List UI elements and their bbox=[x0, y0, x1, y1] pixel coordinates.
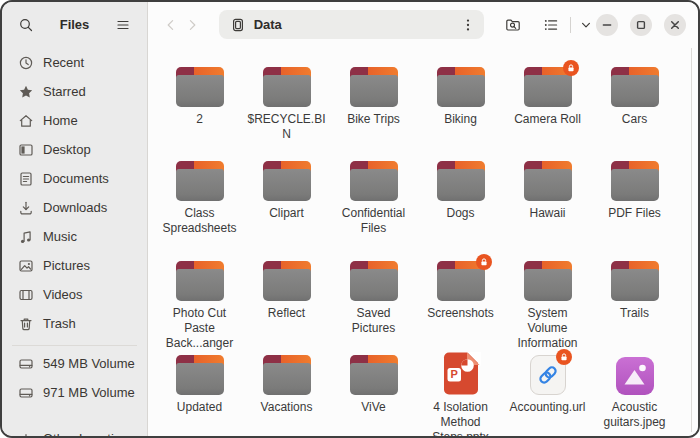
file-name-label: Confidential Files bbox=[334, 206, 414, 236]
grid-item-photo-cut-paste-back-anger[interactable]: Photo Cut Paste Back...anger bbox=[157, 257, 243, 351]
sidebar-item-label: Trash bbox=[43, 316, 76, 331]
folder-icon bbox=[611, 67, 659, 107]
scrollbar-track[interactable] bbox=[691, 48, 692, 432]
grid-item-vive[interactable]: ViVe bbox=[331, 351, 417, 436]
plus-network-icon bbox=[18, 431, 34, 437]
sidebar-item-documents[interactable]: Documents bbox=[8, 164, 141, 193]
video-icon bbox=[18, 287, 34, 303]
folder-icon bbox=[524, 67, 572, 107]
grid-item-acoustic-guitars-jpeg[interactable]: Acoustic guitars.jpeg bbox=[592, 351, 678, 436]
app-title: Files bbox=[60, 17, 90, 32]
sidebar-item-music[interactable]: Music bbox=[8, 222, 141, 251]
forward-button[interactable] bbox=[181, 13, 202, 37]
grid-item-trails[interactable]: Trails bbox=[592, 257, 678, 351]
grid-item-2[interactable]: 2 bbox=[157, 63, 243, 157]
file-name-label: Updated bbox=[177, 400, 222, 415]
file-name-label: Cars bbox=[622, 112, 647, 127]
file-icon-wrap bbox=[530, 351, 566, 395]
folder-icon bbox=[611, 261, 659, 301]
folder-icon bbox=[350, 67, 398, 107]
file-icon-wrap bbox=[611, 63, 659, 107]
grid-item-vacations[interactable]: Vacations bbox=[244, 351, 330, 436]
grid-item-accounting-url[interactable]: Accounting.url bbox=[505, 351, 591, 436]
file-name-label: Biking bbox=[444, 112, 477, 127]
file-icon-wrap bbox=[611, 257, 659, 301]
picture-icon bbox=[18, 258, 34, 274]
sidebar-divider bbox=[12, 345, 137, 346]
sidebar-item-recent[interactable]: Recent bbox=[8, 48, 141, 77]
sidebar-item-label: 971 MB Volume bbox=[43, 385, 135, 400]
file-icon-wrap bbox=[350, 63, 398, 107]
sidebar-item-desktop[interactable]: Desktop bbox=[8, 135, 141, 164]
folder-icon bbox=[176, 67, 224, 107]
sidebar-item-starred[interactable]: Starred bbox=[8, 77, 141, 106]
folder-icon bbox=[350, 355, 398, 395]
grid-item-class-spreadsheets[interactable]: Class Spreadsheets bbox=[157, 157, 243, 257]
music-note-icon bbox=[18, 229, 34, 245]
grid-item-biking[interactable]: Biking bbox=[418, 63, 504, 157]
grid-item-saved-pictures[interactable]: Saved Pictures bbox=[331, 257, 417, 351]
grid-item-bike-trips[interactable]: Bike Trips bbox=[331, 63, 417, 157]
file-icon-wrap bbox=[616, 351, 654, 395]
search-button[interactable] bbox=[12, 11, 40, 39]
grid-item-reflect[interactable]: Reflect bbox=[244, 257, 330, 351]
file-icon-wrap bbox=[350, 257, 398, 301]
sidebar-item-label: Home bbox=[43, 113, 78, 128]
minimize-button[interactable] bbox=[596, 14, 618, 36]
file-name-label: Screenshots bbox=[427, 306, 494, 321]
path-menu-button[interactable] bbox=[456, 13, 480, 37]
folder-icon bbox=[437, 161, 485, 201]
grid-item-hawaii[interactable]: Hawaii bbox=[505, 157, 591, 257]
sidebar-item-home[interactable]: Home bbox=[8, 106, 141, 135]
sidebar-volumes: 549 MB Volume971 MB Volume bbox=[2, 348, 147, 407]
file-name-label: Vacations bbox=[261, 400, 313, 415]
sidebar-item-label: Pictures bbox=[43, 258, 90, 273]
lock-emblem-icon bbox=[563, 60, 579, 76]
grid-item-recycle-bin[interactable]: $RECYCLE.BIN bbox=[244, 63, 330, 157]
path-bar[interactable]: Data bbox=[219, 10, 484, 39]
grid-item-clipart[interactable]: Clipart bbox=[244, 157, 330, 257]
sidebar-item-trash[interactable]: Trash bbox=[8, 309, 141, 338]
back-button[interactable] bbox=[160, 13, 181, 37]
svg-text:P: P bbox=[450, 368, 457, 380]
grid-item-dogs[interactable]: Dogs bbox=[418, 157, 504, 257]
sidebar-item-pictures[interactable]: Pictures bbox=[8, 251, 141, 280]
window-controls bbox=[596, 14, 686, 36]
search-icon bbox=[18, 17, 34, 33]
document-icon bbox=[18, 171, 34, 187]
maximize-button[interactable] bbox=[630, 14, 652, 36]
sidebar-item-downloads[interactable]: Downloads bbox=[8, 193, 141, 222]
file-name-label: Photo Cut Paste Back...anger bbox=[160, 306, 240, 351]
grid-item-4-isolation-method-steps-pptx[interactable]: P4 Isolation Method Steps.pptx bbox=[418, 351, 504, 436]
file-icon-wrap: P bbox=[441, 351, 481, 395]
sidebar-item-971-mb-volume[interactable]: 971 MB Volume bbox=[8, 378, 141, 407]
file-name-label: Camera Roll bbox=[514, 112, 581, 127]
folder-icon bbox=[263, 355, 311, 395]
sidebar-item-videos[interactable]: Videos bbox=[8, 280, 141, 309]
file-icon-wrap bbox=[350, 351, 398, 395]
sidebar-item-549-mb-volume[interactable]: 549 MB Volume bbox=[8, 349, 141, 378]
view-options-dropdown-button[interactable] bbox=[576, 11, 596, 39]
search-in-folder-button[interactable] bbox=[500, 11, 525, 39]
app-menu-button[interactable] bbox=[109, 11, 137, 39]
drive-icon bbox=[18, 385, 34, 401]
grid-item-camera-roll[interactable]: Camera Roll bbox=[505, 63, 591, 157]
grid-item-screenshots[interactable]: Screenshots bbox=[418, 257, 504, 351]
sidebar-item-label: 549 MB Volume bbox=[43, 356, 135, 371]
file-icon-wrap bbox=[176, 157, 224, 201]
grid-item-system-volume-information[interactable]: System Volume Information bbox=[505, 257, 591, 351]
sidebar-item-other-locations[interactable]: Other Locations bbox=[8, 424, 141, 436]
list-view-button[interactable] bbox=[537, 11, 565, 39]
close-button[interactable] bbox=[664, 14, 686, 36]
volume-icon bbox=[230, 17, 246, 33]
file-icon-wrap bbox=[437, 63, 485, 107]
headerbar: Data bbox=[148, 2, 698, 47]
grid-item-pdf-files[interactable]: PDF Files bbox=[592, 157, 678, 257]
grid-item-confidential-files[interactable]: Confidential Files bbox=[331, 157, 417, 257]
grid-item-cars[interactable]: Cars bbox=[592, 63, 678, 157]
grid-item-updated[interactable]: Updated bbox=[157, 351, 243, 436]
folder-icon bbox=[437, 261, 485, 301]
file-name-label: Dogs bbox=[446, 206, 474, 221]
chevron-right-icon bbox=[184, 17, 200, 33]
clock-icon bbox=[18, 55, 34, 71]
